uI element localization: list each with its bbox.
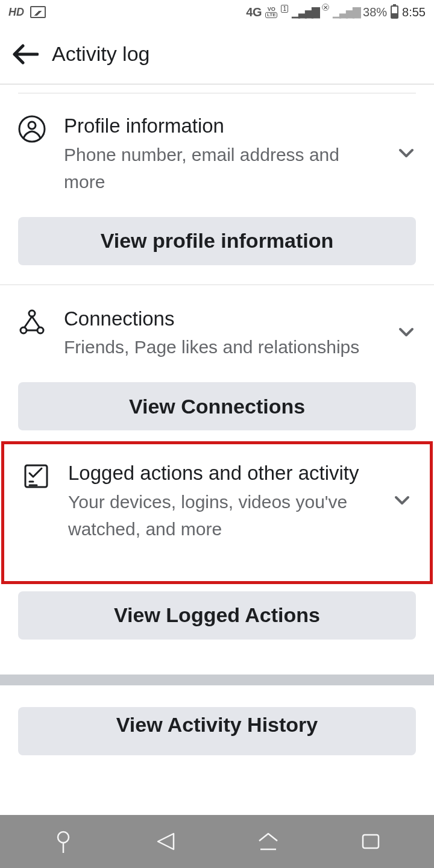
highlighted-section: Logged actions and other activity Your d…	[1, 441, 433, 584]
view-connections-button[interactable]: View Connections	[18, 382, 416, 430]
svg-point-4	[37, 327, 43, 333]
view-profile-info-button[interactable]: View profile information	[18, 217, 416, 265]
connections-icon	[18, 308, 46, 336]
chevron-down-icon	[397, 143, 416, 165]
svg-rect-5	[25, 465, 47, 487]
row-connections[interactable]: Connections Friends, Page likes and rela…	[18, 301, 416, 376]
row-title: Logged actions and other activity	[68, 460, 374, 487]
signal-bars-dim-icon: ▁▃▅▇	[333, 5, 359, 19]
section-activity-history: View Activity History	[0, 685, 434, 755]
sim1-badge-icon: 1	[281, 5, 288, 13]
row-subtitle: Phone number, email address and more	[64, 141, 379, 195]
svg-point-2	[29, 310, 35, 316]
row-title: Profile information	[64, 113, 379, 140]
back-nav-icon[interactable]	[153, 829, 178, 854]
no-service-icon: ✕	[322, 4, 329, 11]
section-logged-actions: Logged actions and other activity Your d…	[4, 444, 430, 557]
recent-nav-icon[interactable]	[358, 829, 383, 854]
svg-point-3	[20, 327, 27, 333]
android-nav-bar	[0, 815, 434, 868]
home-nav-icon[interactable]	[256, 829, 281, 854]
image-icon	[30, 6, 46, 18]
battery-icon	[391, 5, 398, 19]
svg-point-1	[28, 122, 36, 129]
row-title: Connections	[64, 306, 379, 333]
network-4g-label: 4G	[246, 5, 262, 19]
svg-point-6	[58, 832, 69, 843]
view-logged-actions-button[interactable]: View Logged Actions	[18, 591, 416, 640]
chevron-down-icon	[392, 490, 412, 512]
battery-percent: 38%	[363, 5, 387, 19]
assistant-icon[interactable]	[51, 829, 76, 854]
row-subtitle: Friends, Page likes and relationships	[64, 333, 379, 360]
section-separator	[0, 675, 434, 685]
chevron-down-icon	[397, 322, 416, 344]
row-profile-info[interactable]: Profile information Phone number, email …	[18, 108, 416, 210]
row-subtitle: Your devices, logins, videos you've watc…	[68, 488, 374, 542]
signal-bars-icon: ▁▃▅▇	[292, 5, 318, 19]
section-logged-actions-button: View Logged Actions	[0, 591, 434, 650]
section-profile-info: Profile information Phone number, email …	[0, 93, 434, 292]
profile-icon	[18, 115, 46, 143]
back-arrow-icon[interactable]	[12, 43, 39, 65]
hd-indicator-icon: HD	[8, 6, 24, 19]
clock: 8:55	[402, 5, 426, 19]
row-logged-actions[interactable]: Logged actions and other activity Your d…	[22, 455, 412, 557]
status-bar: HD 4G VOLTE 1 ▁▃▅▇ ✕ ▁▃▅▇ 38% 8:55	[0, 0, 434, 24]
page-title: Activity log	[52, 42, 150, 66]
volte-icon: VOLTE	[265, 7, 278, 18]
app-header: Activity log	[0, 24, 434, 84]
svg-rect-7	[363, 835, 379, 848]
view-activity-history-button[interactable]: View Activity History	[18, 707, 416, 755]
section-connections: Connections Friends, Page likes and rela…	[0, 292, 434, 442]
checklist-icon	[22, 462, 50, 490]
